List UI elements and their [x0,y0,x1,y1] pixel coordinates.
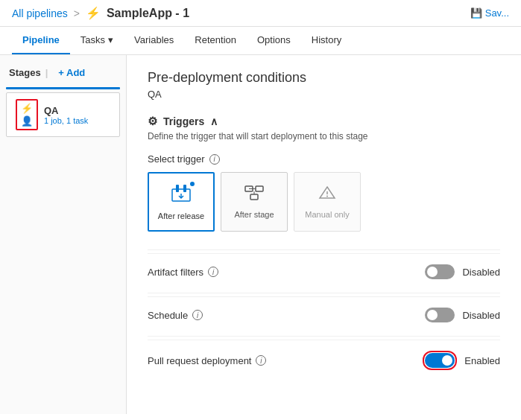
schedule-label: Schedule i [148,310,425,321]
save-button[interactable]: 💾 Sav... [470,7,509,19]
artifact-filters-status: Disabled [462,267,500,278]
app-name: SampleApp - 1 [107,7,189,20]
after-release-icon [171,183,192,207]
section-divider [148,249,500,250]
pull-request-row: Pull request deployment i Enabled [148,340,500,381]
breadcrumb: All pipelines > ⚡ SampleApp - 1 [12,6,470,20]
tab-retention[interactable]: Retention [184,27,247,54]
app-icon: ⚡ [86,6,101,20]
svg-rect-1 [176,185,179,192]
stage-info: QA 1 job, 1 task [44,105,88,125]
schedule-row: Schedule i Disabled [148,296,500,333]
chevron-up-icon[interactable]: ∧ [210,115,218,127]
pull-request-right: Enabled [423,351,500,370]
content-area: Pre-deployment conditions QA ⚙ Triggers … [127,55,521,414]
selected-indicator [189,180,196,188]
triggers-label: Triggers [163,115,204,127]
lightning-icon: ⚡ [21,103,33,114]
select-trigger-label: Select trigger i [148,153,500,165]
trigger-option-after-release[interactable]: After release [148,172,215,232]
top-bar: All pipelines > ⚡ SampleApp - 1 💾 Sav... [0,0,521,27]
artifact-filters-right: Disabled [425,264,500,279]
after-stage-label: After stage [234,210,274,219]
svg-rect-6 [250,194,258,200]
after-stage-icon [244,185,265,206]
pull-request-info-icon[interactable]: i [256,355,266,366]
stage-icons-container: ⚡ 👤 [16,99,38,130]
stage-name: QA [44,105,88,116]
manual-only-icon [317,185,338,206]
artifact-filters-label: Artifact filters i [148,267,425,278]
person-icon: 👤 [21,115,33,127]
stage-item-qa[interactable]: ⚡ 👤 QA 1 job, 1 task [6,92,120,137]
svg-rect-5 [256,186,263,191]
pull-request-toggle[interactable] [425,353,455,368]
schedule-toggle[interactable] [425,308,455,322]
tab-pipeline[interactable]: Pipeline [12,27,70,54]
breadcrumb-all-pipelines[interactable]: All pipelines [12,7,68,19]
trigger-options: After release After stage [148,172,500,232]
select-trigger-info-icon[interactable]: i [209,154,220,165]
tab-options[interactable]: Options [247,27,301,54]
schedule-status: Disabled [462,310,500,321]
pull-request-label: Pull request deployment i [148,355,423,366]
page-title: Pre-deployment conditions [148,70,500,86]
artifact-filters-toggle[interactable] [425,264,455,279]
tab-history[interactable]: History [301,27,352,54]
artifact-filters-slider [425,264,455,279]
stages-header: Stages | + Add [0,64,126,87]
trigger-option-manual-only[interactable]: Manual only [294,172,361,232]
triggers-heading: ⚙ Triggers ∧ [148,115,500,128]
svg-rect-2 [183,185,186,192]
main-layout: Stages | + Add ⚡ 👤 QA 1 job, 1 task Pre-… [0,55,521,414]
triggers-icon: ⚙ [148,115,157,128]
divider-2 [148,293,500,293]
manual-only-label: Manual only [305,210,349,219]
trigger-option-after-stage[interactable]: After stage [221,172,288,232]
tab-variables[interactable]: Variables [124,27,184,54]
stages-label: Stages [9,67,41,78]
schedule-slider [425,308,455,322]
triggers-desc: Define the trigger that will start deplo… [148,131,500,141]
stage-meta: 1 job, 1 task [44,116,88,125]
pull-request-toggle-border [423,351,457,370]
schedule-info-icon[interactable]: i [192,310,203,320]
artifact-filters-info-icon[interactable]: i [208,267,218,277]
divider-3 [148,336,500,337]
pull-request-status: Enabled [464,355,500,366]
sidebar: Stages | + Add ⚡ 👤 QA 1 job, 1 task [0,55,127,414]
pull-request-slider [425,353,455,368]
page-subtitle: QA [148,89,500,100]
after-release-label: After release [158,211,204,220]
add-stage-button[interactable]: + Add [58,67,85,78]
schedule-right: Disabled [425,308,500,322]
stage-active-bar [6,87,120,89]
tab-tasks[interactable]: Tasks ▾ [70,27,124,54]
chevron-down-icon: ▾ [108,34,113,45]
breadcrumb-separator: > [74,7,80,19]
nav-tabs: Pipeline Tasks ▾ Variables Retention Opt… [0,27,521,55]
artifact-filters-row: Artifact filters i Disabled [148,253,500,290]
svg-point-11 [326,196,328,197]
